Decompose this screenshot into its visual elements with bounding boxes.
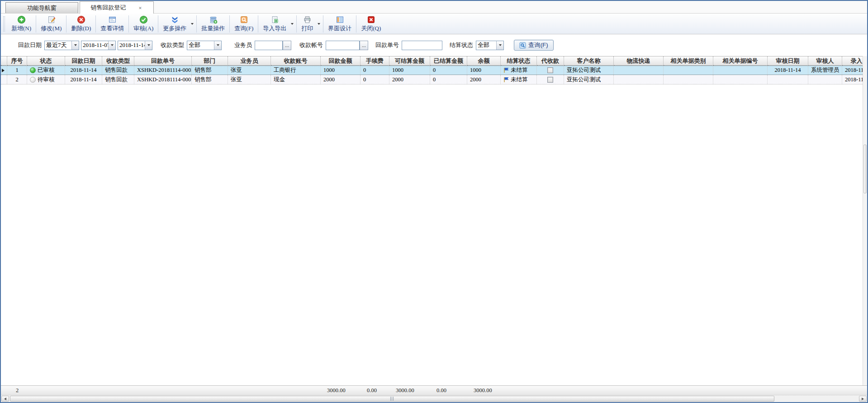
type-select[interactable]: 全部 <box>187 41 222 50</box>
header-cell-balance[interactable]: 余额 <box>467 56 501 66</box>
table-row[interactable]: 2待审核2018-11-14销售回款XSHKD-20181114-0001销售部… <box>1 75 867 84</box>
cell-seq[interactable]: 2 <box>7 75 27 84</box>
header-cell-fee[interactable]: 手续费 <box>360 56 389 66</box>
header-cell-status[interactable]: 状态 <box>27 56 65 66</box>
header-cell-settled[interactable]: 已结算金额 <box>430 56 467 66</box>
cell-salesman[interactable]: 张亚 <box>228 66 271 75</box>
cell-account[interactable]: 工商银行 <box>271 66 321 75</box>
cell-customer[interactable]: 亚拓公司测试 <box>564 66 614 75</box>
cell-collection[interactable] <box>537 75 564 84</box>
header-cell-salesman[interactable]: 业务员 <box>228 56 271 66</box>
cell-type[interactable]: 销售回款 <box>102 66 134 75</box>
cell-date[interactable]: 2018-11-14 <box>65 75 102 84</box>
header-cell-collection[interactable]: 代收款 <box>537 56 564 66</box>
header-cell-amount[interactable]: 回款金额 <box>321 56 360 66</box>
cell-settleable[interactable]: 1000 <box>389 66 430 75</box>
cell-status[interactable]: 待审核 <box>27 75 65 84</box>
header-cell-customer[interactable]: 客户名称 <box>564 56 614 66</box>
header-cell-settle_status[interactable]: 结算状态 <box>501 56 537 66</box>
header-cell-billno[interactable]: 回款单号 <box>134 56 192 66</box>
cell-logistics[interactable] <box>614 66 664 75</box>
header-cell-audit_date[interactable]: 审核日期 <box>768 56 808 66</box>
tab-sales-payment[interactable]: 销售回款登记 × <box>80 1 154 14</box>
cell-audit_date[interactable]: 2018-11-14 <box>768 66 808 75</box>
cell-logistics[interactable] <box>614 75 664 84</box>
cell-doc_no[interactable] <box>713 75 768 84</box>
cell-auditor[interactable] <box>808 75 842 84</box>
vertical-scrollbar[interactable] <box>863 56 867 385</box>
cell-account[interactable]: 现金 <box>271 75 321 84</box>
header-cell-auditor[interactable]: 审核人 <box>808 56 842 66</box>
query-toolbar-button[interactable]: 查询(F) <box>230 14 257 33</box>
date-from-select[interactable]: 2018-11-07 <box>81 41 116 50</box>
cell-collection[interactable] <box>537 66 564 75</box>
cell-billno[interactable]: XSHKD-20181114-0002 <box>134 66 192 75</box>
salesman-picker-button[interactable]: ... <box>283 41 291 50</box>
cell-auditor[interactable]: 系统管理员 <box>808 66 842 75</box>
billno-input[interactable] <box>402 41 442 50</box>
header-cell-seq[interactable]: 序号 <box>7 56 27 66</box>
cell-dept[interactable]: 销售部 <box>192 66 228 75</box>
query-button[interactable]: 查询(F) <box>514 40 554 51</box>
combo-arrow-button[interactable] <box>214 41 221 50</box>
cell-doc_type[interactable] <box>664 75 713 84</box>
tab-function-nav[interactable]: 功能导航窗 <box>5 2 78 13</box>
table-row[interactable]: 1已审核2018-11-14销售回款XSHKD-20181114-0002销售部… <box>1 66 867 75</box>
cell-doc_type[interactable] <box>664 66 713 75</box>
header-cell-date[interactable]: 回款日期 <box>65 56 102 66</box>
cell-customer[interactable]: 亚拓公司测试 <box>564 75 614 84</box>
tab-close-icon[interactable]: × <box>138 5 142 11</box>
import-export-dropdown[interactable] <box>290 14 296 33</box>
cell-settled[interactable]: 0 <box>430 75 467 84</box>
combo-arrow-button[interactable] <box>71 41 79 50</box>
view-detail-button[interactable]: 查看详情 <box>96 14 128 33</box>
cell-status[interactable]: 已审核 <box>27 66 65 75</box>
cell-type[interactable]: 销售回款 <box>102 75 134 84</box>
collection-checkbox[interactable] <box>547 67 553 73</box>
ui-design-button[interactable]: 界面设计 <box>324 14 356 33</box>
scroll-left-button[interactable] <box>1 396 9 402</box>
header-cell-type[interactable]: 收款类型 <box>102 56 134 66</box>
more-actions-button[interactable]: 更多操作 <box>159 14 190 33</box>
cell-salesman[interactable]: 张亚 <box>228 75 271 84</box>
cell-dept[interactable]: 销售部 <box>192 75 228 84</box>
date-range-select[interactable]: 最近7天 <box>44 41 79 50</box>
combo-arrow-button[interactable] <box>496 41 503 50</box>
header-cell-doc_no[interactable]: 相关单据编号 <box>713 56 768 66</box>
scroll-right-button[interactable] <box>859 396 867 402</box>
cell-seq[interactable]: 1 <box>7 66 27 75</box>
cell-settleable[interactable]: 2000 <box>389 75 430 84</box>
toolbar-grip-handle[interactable] <box>3 16 5 32</box>
collection-checkbox[interactable] <box>547 77 553 83</box>
header-cell-settleable[interactable]: 可结算金额 <box>389 56 430 66</box>
horizontal-scrollbar-thumb[interactable] <box>10 396 774 402</box>
header-cell-account[interactable]: 收款账号 <box>271 56 321 66</box>
audit-button[interactable]: 审核(A) <box>129 14 157 33</box>
cell-date[interactable]: 2018-11-14 <box>65 66 102 75</box>
salesman-input[interactable] <box>255 41 283 50</box>
edit-button[interactable]: 修改(M) <box>37 14 66 33</box>
add-button[interactable]: 新增(N) <box>7 14 35 33</box>
close-button[interactable]: 关闭(Q) <box>357 14 385 33</box>
header-cell-dept[interactable]: 部门 <box>192 56 228 66</box>
horizontal-scrollbar[interactable] <box>1 395 867 402</box>
delete-button[interactable]: 删除(D) <box>67 14 95 33</box>
combo-arrow-button[interactable] <box>145 41 152 50</box>
cell-fee[interactable]: 0 <box>360 66 389 75</box>
import-export-button[interactable]: 导入导出 <box>259 14 290 33</box>
cell-fee[interactable]: 0 <box>360 75 389 84</box>
cell-doc_no[interactable] <box>713 66 768 75</box>
batch-actions-button[interactable]: 批量操作 <box>197 14 229 33</box>
cell-audit_date[interactable] <box>768 75 808 84</box>
cell-balance[interactable]: 2000 <box>467 75 501 84</box>
more-actions-dropdown[interactable] <box>190 14 196 33</box>
date-to-select[interactable]: 2018-11-14 <box>118 41 152 50</box>
cell-balance[interactable]: 1000 <box>467 66 501 75</box>
cell-settle_status[interactable]: 未结算 <box>501 75 537 84</box>
cell-billno[interactable]: XSHKD-20181114-0001 <box>134 75 192 84</box>
cell-settle_status[interactable]: 未结算 <box>501 66 537 75</box>
vertical-scrollbar-thumb[interactable] <box>863 145 867 193</box>
account-input[interactable] <box>326 41 360 50</box>
header-cell-logistics[interactable]: 物流快递 <box>614 56 664 66</box>
combo-arrow-button[interactable] <box>108 41 115 50</box>
